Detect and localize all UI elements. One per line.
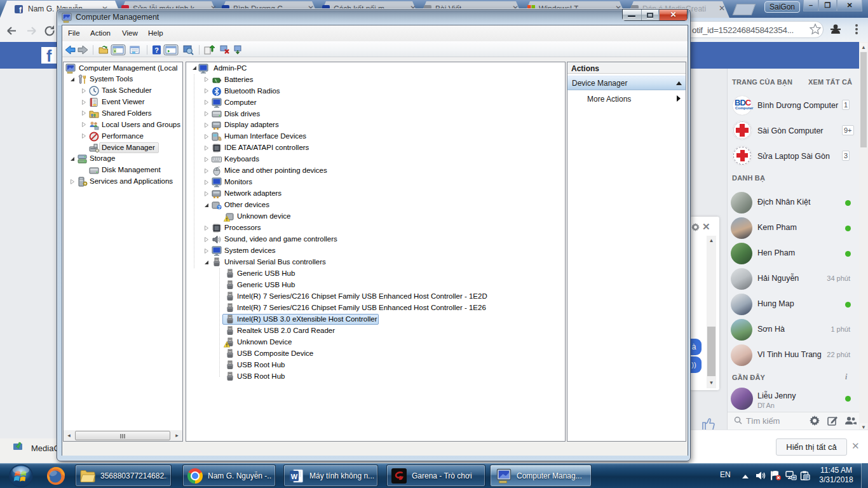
- svg-text:W: W: [291, 473, 298, 480]
- svg-text:?: ?: [154, 46, 159, 54]
